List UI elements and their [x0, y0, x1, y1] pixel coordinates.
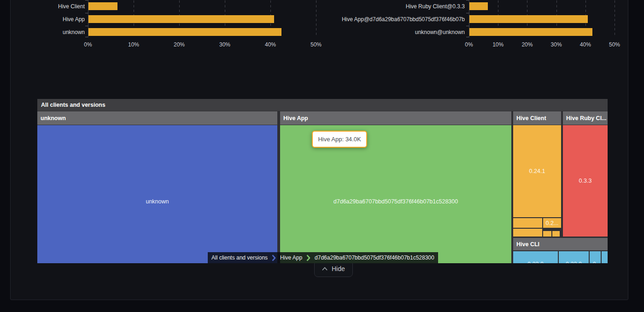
y-axis-tick: [466, 13, 469, 13]
treemap-section-header[interactable]: unknown: [37, 111, 277, 125]
bar[interactable]: [88, 2, 117, 10]
treemap-section-header[interactable]: Hive CLI: [513, 238, 608, 250]
x-axis-tick-label: 10%: [488, 41, 508, 48]
treemap-cell-label: unknown: [146, 198, 169, 205]
y-axis-tick: [466, 26, 469, 26]
bar[interactable]: [88, 28, 281, 36]
treemap-cell[interactable]: 0.23.0: [513, 251, 558, 263]
x-axis-tick-label: 30%: [546, 41, 567, 48]
category-label: Hive Ruby Client@0.3.3: [332, 3, 465, 10]
treemap-cell[interactable]: 0.3.3: [563, 125, 608, 237]
treemap-section-header[interactable]: Hive App: [280, 111, 511, 125]
treemap-cell[interactable]: unknown: [37, 125, 277, 263]
y-axis-tick: [466, 0, 469, 0]
x-axis-tick-label: 40%: [260, 41, 281, 48]
bar[interactable]: [469, 15, 588, 23]
treemap-tooltip: Hive App: 34.0K: [312, 131, 367, 148]
treemap-cell[interactable]: 0.2...: [543, 218, 561, 228]
bar-chart-client-versions: 0%10%20%30%40%50%Hive Client@0.24.1Hive …: [332, 0, 644, 51]
gridline: [615, 0, 615, 37]
category-label: Hive App: [11, 16, 85, 23]
treemap-cell-label: 0.2...: [546, 220, 559, 226]
chevron-right-icon: [306, 252, 311, 263]
treemap-cell[interactable]: [602, 251, 608, 263]
breadcrumb: All clients and versions Hive App d7d6a2…: [208, 252, 438, 263]
x-axis-tick-label: 0%: [459, 41, 479, 48]
hide-button-label: Hide: [332, 265, 345, 272]
x-axis-tick-label: 40%: [575, 41, 596, 48]
treemap-cell-label: 0.24.1: [529, 168, 545, 174]
y-axis-tick: [85, 0, 88, 0]
treemap-cell-label: 0.23.0: [527, 261, 544, 263]
category-label: unknown: [11, 29, 85, 36]
treemap-cell[interactable]: 0.: [590, 251, 601, 263]
y-axis-tick: [85, 13, 88, 13]
gridline: [316, 0, 316, 37]
treemap-cell-label: 0.3.3: [579, 178, 592, 184]
breadcrumb-item-root[interactable]: All clients and versions: [208, 252, 271, 263]
treemap-cell-label: 0.: [593, 261, 597, 263]
chevron-right-icon: [271, 252, 276, 263]
y-axis-tick: [85, 37, 88, 37]
treemap-all-clients: All clients and versions unknownunknownH…: [37, 99, 608, 263]
category-label: Hive Client: [11, 3, 85, 10]
treemap-cell[interactable]: 0.23.0: [559, 251, 589, 263]
x-axis-tick-label: 50%: [604, 41, 625, 48]
bar[interactable]: [469, 28, 592, 36]
y-axis-tick: [466, 37, 469, 37]
breadcrumb-item-version[interactable]: d7d6a29ba6707bbd5075df376f46b07b1c528300: [311, 252, 438, 263]
treemap-cell[interactable]: [513, 229, 542, 237]
treemap-cell[interactable]: [552, 231, 560, 237]
x-axis-tick-label: 30%: [215, 41, 235, 48]
bar-chart-clients: 0%10%20%30%40%50%Hive Ruby ClientHive Cl…: [11, 0, 332, 51]
treemap-section-header[interactable]: Hive Client: [513, 111, 561, 125]
y-axis-tick: [85, 26, 88, 26]
treemap-section-header[interactable]: Hive Ruby Cl...: [563, 111, 608, 125]
treemap-cell-label: d7d6a29ba6707bbd5075df376f46b07b1c528300: [334, 198, 458, 205]
x-axis-tick-label: 50%: [306, 41, 326, 48]
breadcrumb-item-client[interactable]: Hive App: [276, 252, 306, 263]
tooltip-text: Hive App: 34.0K: [318, 136, 361, 143]
treemap-cell-label: 0.23.0: [566, 261, 582, 263]
x-axis-tick-label: 10%: [123, 41, 144, 48]
treemap-root-header: All clients and versions: [37, 99, 608, 111]
category-label: Hive App@d7d6a29ba6707bbd5075df376f46b07…: [332, 16, 465, 23]
category-label: unknown@unknown: [332, 29, 465, 36]
treemap-cell[interactable]: [513, 218, 542, 228]
treemap-cell[interactable]: [543, 231, 551, 237]
chevron-up-icon: [322, 267, 328, 271]
treemap-cell[interactable]: 0.24.1: [513, 125, 561, 217]
x-axis-tick-label: 20%: [169, 41, 189, 48]
x-axis-tick-label: 0%: [78, 41, 98, 48]
bar[interactable]: [88, 15, 274, 23]
bar[interactable]: [469, 2, 488, 10]
x-axis-tick-label: 20%: [517, 41, 537, 48]
